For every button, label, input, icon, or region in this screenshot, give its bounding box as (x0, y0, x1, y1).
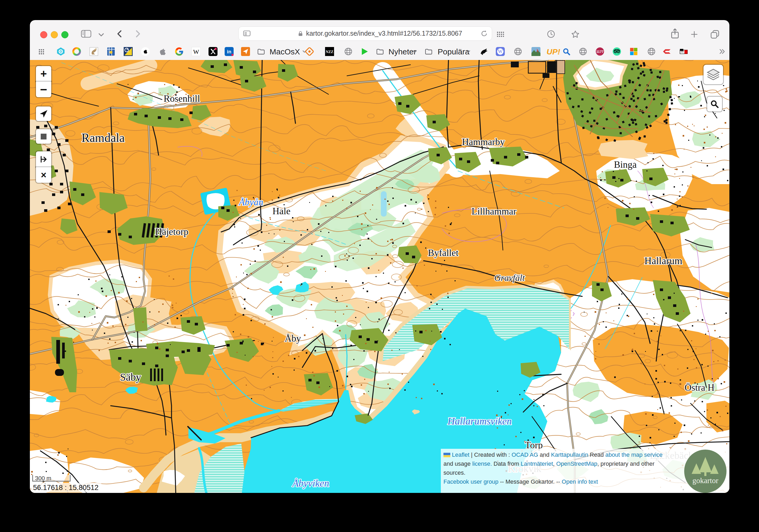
svg-text:Hammarby: Hammarby (462, 136, 505, 147)
svg-text:Åbyviken: Åbyviken (292, 477, 329, 489)
svg-text:Säby: Säby (120, 371, 141, 383)
svg-text:Åbyån: Åbyån (238, 197, 263, 208)
svg-text:W: W (498, 49, 503, 54)
svg-text:1177: 1177 (596, 50, 604, 54)
svg-text:Ramdala: Ramdala (81, 131, 125, 144)
svg-text:Hallarumsviken: Hallarumsviken (447, 415, 512, 427)
svg-text:Östra H: Östra H (685, 382, 715, 393)
svg-text:Hallarum: Hallarum (644, 255, 682, 266)
svg-text:gokartor: gokartor (693, 476, 719, 485)
svg-text:in: in (227, 49, 231, 55)
svg-text:W: W (193, 48, 199, 55)
svg-text:Rosenhill: Rosenhill (164, 93, 200, 104)
svg-text:Lillhammar: Lillhammar (471, 206, 516, 217)
svg-text:Häjetorp: Häjetorp (155, 226, 188, 237)
svg-text:Binga: Binga (614, 159, 637, 170)
svg-text:Gravfält: Gravfält (494, 273, 525, 283)
svg-text:Åby: Åby (285, 333, 301, 344)
svg-text:Byfallet: Byfallet (428, 247, 459, 258)
svg-text:Hale: Hale (272, 206, 291, 216)
svg-text:HOT: HOT (665, 50, 670, 53)
svg-text:NZZ: NZZ (326, 50, 333, 54)
